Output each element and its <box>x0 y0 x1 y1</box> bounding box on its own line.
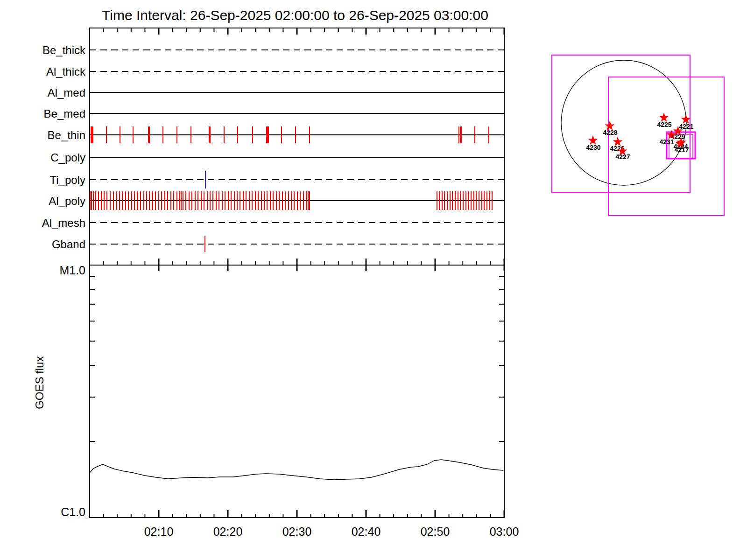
ar-label-4230: 4230 <box>586 144 600 151</box>
plot-canvas: Time Interval: 26-Sep-2025 02:00:00 to 2… <box>0 0 747 560</box>
filter-row-C_poly: C_poly <box>50 151 504 164</box>
row-label-Ti_poly: Ti_poly <box>50 174 85 186</box>
x-tick-label-02:40: 02:40 <box>352 525 381 538</box>
filter-row-Be_thick: Be_thick <box>42 44 504 56</box>
filter-row-Al_mesh: Al_mesh <box>42 217 504 229</box>
x-tick-label-02:10: 02:10 <box>144 525 174 538</box>
goes-panel-border <box>90 265 504 518</box>
row-label-Gband: Gband <box>52 238 85 251</box>
ar-star-4230 <box>588 135 598 145</box>
xrt-goes-planner-screenshot: Time Interval: 26-Sep-2025 02:00:00 to 2… <box>0 0 747 560</box>
ar-label-4221: 4221 <box>679 123 693 130</box>
filter-row-Be_thin: Be_thin <box>48 126 504 143</box>
filter-timeline-panel: Be_thickAl_thickAl_medBe_medBe_thinC_pol… <box>42 28 504 271</box>
ar-label-4217: 4217 <box>674 146 689 154</box>
sun-map: 4225422142284229423142304226422442274217 <box>552 55 724 216</box>
row-label-Be_thick: Be_thick <box>42 44 86 56</box>
row-label-Al_med: Al_med <box>48 86 85 99</box>
filter-panel-time-ticks <box>104 28 504 271</box>
row-label-Al_mesh: Al_mesh <box>42 217 85 229</box>
goes-ylabel: GOES flux <box>33 356 46 409</box>
ar-label-4225: 4225 <box>657 121 671 128</box>
active-region-4228: 4228 <box>603 121 617 136</box>
row-label-Al_poly: Al_poly <box>49 195 85 207</box>
active-region-4225: 4225 <box>657 112 671 128</box>
goes-time-axis: 02:1002:2002:3002:4002:5003:00 <box>104 510 519 538</box>
x-tick-label-02:50: 02:50 <box>421 525 450 538</box>
ar-label-4228: 4228 <box>603 129 617 136</box>
goes-ybottom-label: C1.0 <box>61 505 85 518</box>
active-region-4230: 4230 <box>586 135 600 151</box>
ar-label-4227: 4227 <box>615 153 630 161</box>
row-label-C_poly: C_poly <box>50 151 85 164</box>
x-tick-label-02:30: 02:30 <box>282 525 312 538</box>
x-tick-label-02:20: 02:20 <box>213 525 243 538</box>
filter-row-Al_med: Al_med <box>48 86 504 99</box>
goes-ytop-label: M1.0 <box>59 264 85 277</box>
filter-row-Be_med: Be_med <box>44 107 504 120</box>
filter-panel-border <box>90 28 504 265</box>
goes-flux-curve <box>90 460 503 480</box>
filter-row-Ti_poly: Ti_poly <box>50 171 504 189</box>
row-label-Be_thin: Be_thin <box>48 129 85 141</box>
row-label-Al_thick: Al_thick <box>46 65 86 78</box>
goes-flux-panel: 02:1002:2002:3002:4002:5003:00M1.0C1.0GO… <box>33 264 519 538</box>
x-tick-label-03:00: 03:00 <box>490 525 519 538</box>
ar-label-4231: 4231 <box>659 138 674 146</box>
filter-row-Al_poly: Al_poly <box>49 191 504 210</box>
filter-row-Al_thick: Al_thick <box>46 65 504 78</box>
ar-star-4221 <box>681 114 691 124</box>
ar-star-4225 <box>659 112 669 122</box>
filter-row-Gband: Gband <box>52 236 504 252</box>
chart-title: Time Interval: 26-Sep-2025 02:00:00 to 2… <box>102 7 488 23</box>
row-label-Be_med: Be_med <box>44 107 85 120</box>
